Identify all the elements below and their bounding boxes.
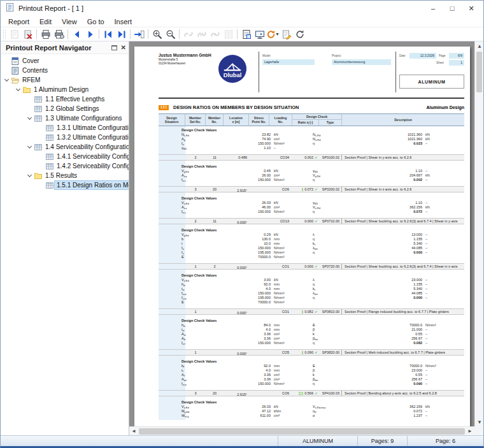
- print-batch-button[interactable]: [52, 28, 66, 40]
- cell-member-set-no: 2: [185, 155, 206, 160]
- vertical-scrollbar[interactable]: ▲ ▼: [474, 41, 483, 426]
- maximize-button[interactable]: □: [443, 1, 462, 16]
- scroll-right-arrow[interactable]: ►: [466, 427, 474, 436]
- cell-design-situation: [159, 187, 185, 192]
- check-unit: N/mm²: [271, 382, 313, 387]
- toolbar-grip-handle[interactable]: [3, 29, 6, 40]
- refresh-button[interactable]: [293, 28, 306, 40]
- expander-slot[interactable]: [25, 118, 34, 119]
- tree-item-rfem[interactable]: RFEM: [1, 75, 129, 85]
- chevron-down-icon[interactable]: [4, 76, 9, 81]
- horizontal-scrollbar[interactable]: ◄ ►: [129, 426, 474, 435]
- last-page-button[interactable]: [115, 28, 128, 40]
- screen-view-button[interactable]: [253, 28, 266, 40]
- menu-item-insert[interactable]: Insert: [110, 17, 138, 26]
- check-unit: mm: [271, 237, 313, 242]
- float-panel-icon[interactable]: [111, 45, 117, 50]
- expander-slot[interactable]: [25, 147, 34, 148]
- scroll-down-arrow[interactable]: ▼: [475, 417, 483, 426]
- extreme-location-marker: x: [246, 351, 247, 354]
- expander-slot[interactable]: [2, 80, 11, 81]
- chevron-down-icon[interactable]: [27, 172, 32, 177]
- dropdown-arrow-icon[interactable]: ▼: [275, 32, 280, 36]
- zoom-in-button[interactable]: [150, 28, 164, 40]
- tree-item-1-4-2-serviceability-configur[interactable]: 1.4.2 Serviceability Configur...: [1, 161, 129, 171]
- check-value: 611.00: [232, 414, 271, 419]
- zoom-out-button[interactable]: [164, 28, 177, 40]
- next-page-button[interactable]: [83, 28, 97, 40]
- close-button[interactable]: ✕: [462, 1, 481, 16]
- expander-slot[interactable]: [13, 89, 23, 90]
- tree-item-1-4-serviceability-configurations[interactable]: 1.4 Serviceability Configurations: [1, 142, 129, 152]
- menu-item-view[interactable]: View: [57, 17, 82, 26]
- design-check-values-title: Design Check Values: [159, 359, 464, 364]
- design-check-value-row: Awc3.36cm²βlim256.67–: [159, 377, 464, 382]
- table-icon: [46, 182, 55, 189]
- page-setup-button[interactable]: [239, 28, 253, 40]
- sync-model-button[interactable]: ▼: [266, 28, 280, 40]
- chevron-down-icon[interactable]: [16, 86, 20, 90]
- tree-item-1-1-effective-lengths[interactable]: 1.1 Effective Lengths: [1, 94, 129, 104]
- data-list-icon: [224, 29, 234, 40]
- tree-item-1-3-2-ultimate-configuration[interactable]: 1.3.2 Ultimate Configuration...: [1, 133, 129, 142]
- tree-item-1-2-global-settings[interactable]: 1.2 Global Settings: [1, 104, 129, 113]
- data-list-button: [222, 28, 235, 40]
- previous-page-button[interactable]: [70, 28, 83, 40]
- design-check-value-row: t10.0mmkτ5.340–: [159, 242, 464, 246]
- cell-member-no: 20: [206, 187, 224, 192]
- horizontal-scroll-thumb[interactable]: [139, 428, 465, 435]
- menu-item-go-to[interactable]: Go to: [82, 17, 110, 26]
- date-label: Date: [399, 54, 406, 57]
- app-icon: [5, 3, 15, 15]
- check-value: 70000.0: [232, 300, 271, 305]
- vertical-scroll-thumb[interactable]: [476, 52, 482, 92]
- menu-item-report[interactable]: Report: [3, 17, 34, 26]
- dlubal-logo: Dlubal: [218, 55, 246, 83]
- design-check-value-row: γM11.10–: [159, 146, 464, 150]
- minimize-button[interactable]: –: [424, 1, 443, 16]
- page-setup-icon: [241, 29, 252, 40]
- col-description: Description: [342, 114, 464, 126]
- tree-item-1-3-ultimate-configurations[interactable]: 1.3 Ultimate Configurations: [1, 113, 129, 123]
- tree-item-1-4-1-serviceability-configur[interactable]: 1.4.1 Serviceability Configur...: [1, 152, 129, 161]
- tree-item-1-5-results[interactable]: 1.5 Results: [1, 171, 129, 180]
- date-value: 12.3.2026: [409, 53, 436, 59]
- first-page-button[interactable]: [101, 28, 115, 40]
- page-next-icon: [85, 29, 96, 40]
- close-panel-icon[interactable]: ✕: [121, 44, 126, 51]
- cell-location-x: 2.915x: [224, 187, 249, 192]
- tree-item-contents[interactable]: Contents: [1, 66, 129, 75]
- design-check-result-row: 2110.486CO340.002✓SP3100.02Section Proof…: [159, 154, 464, 161]
- menu-item-edit[interactable]: Edit: [34, 17, 57, 26]
- expander-slot[interactable]: [25, 175, 34, 177]
- tree-item-1-aluminum-design[interactable]: 1 Aluminum Design: [1, 85, 129, 94]
- remove-from-report-button[interactable]: [21, 28, 34, 40]
- page-prev-icon: [72, 29, 82, 40]
- tree-item-1-3-1-ultimate-configuration[interactable]: 1.3.1 Ultimate Configuration...: [1, 123, 129, 133]
- scroll-up-arrow[interactable]: ▲: [475, 41, 483, 50]
- col-ratio: Ratio η [-]: [292, 120, 319, 126]
- design-check-value-row: Vz,Ed3.00kNλ23.000–: [159, 278, 464, 282]
- section-title: DESIGN RATIOS ON MEMBERS BY DESIGN SITUA…: [173, 105, 299, 110]
- toolbar-separator: [237, 29, 238, 39]
- chevron-down-icon[interactable]: [27, 143, 32, 148]
- check-symbol: η: [313, 341, 383, 346]
- cell-design-ratio: 0.082✓: [292, 309, 319, 314]
- check-symbol: b: [182, 237, 232, 242]
- tree-item-cover[interactable]: Cover: [1, 56, 129, 66]
- edit-report-button[interactable]: [280, 28, 293, 40]
- design-check-value-row: Afc3.36cm²βlim256.67–: [159, 336, 464, 341]
- cell-member-no: 2: [206, 264, 224, 269]
- page-first-icon: [103, 29, 113, 40]
- cell-design-situation: [159, 391, 185, 396]
- scroll-left-arrow[interactable]: ◄: [129, 427, 138, 436]
- cell-description: Section Proof | Bending about y-axis acc…: [342, 391, 464, 396]
- design-check-value-row: fu195.000N/mm²η0.000–: [159, 250, 464, 255]
- tree-item-1-5-1-design-ratios-on-memb[interactable]: 1.5.1 Design Ratios on Memb...: [1, 180, 129, 190]
- print-button[interactable]: [39, 28, 52, 40]
- company-address-2: 01234 Musterhausen: [159, 62, 211, 65]
- check-symbol: fo,f: [182, 341, 232, 346]
- chevron-down-icon[interactable]: [27, 115, 32, 119]
- go-to-page-button[interactable]: [132, 28, 146, 40]
- status-current-page: Page: 6: [407, 436, 483, 446]
